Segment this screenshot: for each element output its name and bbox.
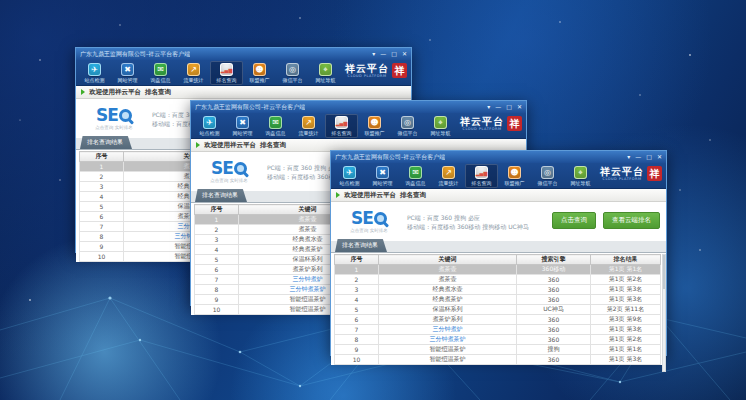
magnifier-icon <box>119 109 132 122</box>
toolbar-item-ranking-query[interactable]: ▂▄▆排名查询 <box>465 164 498 188</box>
table-row[interactable]: 6煮茶炉系列360第3页 第9名 <box>335 315 661 325</box>
toolbar-item-alliance-promo[interactable]: ☻联盟推广 <box>358 114 391 138</box>
toolbar-item-traffic-stats[interactable]: ↗流量统计 <box>292 114 325 138</box>
table-row[interactable]: 5保温杯系列UC神马第2页 第11名 <box>335 305 661 315</box>
window-controls: ▾—□✕ <box>372 49 407 59</box>
cell-engine: 360 <box>517 355 591 365</box>
ranking-query-icon: ▂▄▆ <box>475 166 488 179</box>
skin-button[interactable]: ▾ <box>627 152 630 162</box>
column-header[interactable]: 序号 <box>195 205 239 215</box>
minimize-button[interactable]: — <box>495 102 501 112</box>
table-row[interactable]: 3经典煮水壶360第1页 第3名 <box>335 285 661 295</box>
cell-index: 6 <box>335 315 379 325</box>
table-row[interactable]: 4经典煮茶炉360第1页 第3名 <box>335 295 661 305</box>
close-button[interactable]: ✕ <box>402 49 407 59</box>
toolbar-item-wechat-platform[interactable]: ◎微信平台 <box>391 114 424 138</box>
table-row[interactable]: 7三分钟煮炉360第1页 第3名 <box>335 325 661 335</box>
brand-name: 祥云平台 <box>600 167 644 177</box>
toolbar-item-alliance-promo[interactable]: ☻联盟推广 <box>243 61 276 85</box>
minimize-button[interactable]: — <box>635 152 641 162</box>
toolbar-item-site-monitor[interactable]: ✈站点检测 <box>333 164 366 188</box>
close-button[interactable]: ✕ <box>517 102 522 112</box>
toolbar-item-inquiry-message[interactable]: ✉询盘信息 <box>259 114 292 138</box>
table-row[interactable]: 1煮茶壶360移动第1页 第1名 <box>335 265 661 275</box>
toolbar-item-traffic-stats[interactable]: ↗流量统计 <box>177 61 210 85</box>
toolbar-item-alliance-promo[interactable]: ☻联盟推广 <box>498 164 531 188</box>
toolbar-item-wechat-platform[interactable]: ◎微信平台 <box>276 61 309 85</box>
toolbar-item-site-nav[interactable]: ⌖网址导航 <box>309 61 342 85</box>
titlebar[interactable]: 广东九鼎王监网有限公司-祥云平台客户端 ▾—□✕ <box>191 101 526 113</box>
cell-index: 1 <box>335 265 379 275</box>
cell-index: 10 <box>80 252 124 262</box>
column-header[interactable]: 关键词 <box>379 255 517 265</box>
column-header[interactable]: 排名结果 <box>591 255 661 265</box>
brand-name: 祥云平台 <box>460 117 504 127</box>
toolbar-item-traffic-stats[interactable]: ↗流量统计 <box>432 164 465 188</box>
toolbar-item-label: 流量统计 <box>184 77 204 83</box>
cell-rank: 第1页 第1名 <box>591 345 661 355</box>
scrollbar-thumb[interactable] <box>663 255 665 289</box>
traffic-stats-icon: ↗ <box>187 63 200 76</box>
table-scrollbar[interactable] <box>662 254 666 372</box>
table-row[interactable]: 2煮茶壶360第1页 第2名 <box>335 275 661 285</box>
toolbar-item-site-monitor[interactable]: ✈站点检测 <box>78 61 111 85</box>
toolbar-item-wechat-platform[interactable]: ◎微信平台 <box>531 164 564 188</box>
seo-logo-text: SE <box>211 160 233 177</box>
brand-subtitle: CLOUD PLATFORM <box>460 127 504 131</box>
column-header[interactable]: 搜索引擎 <box>517 255 591 265</box>
skin-button[interactable]: ▾ <box>487 102 490 112</box>
toolbar-item-site-manage[interactable]: ✖网站管理 <box>111 61 144 85</box>
toolbar-item-site-manage[interactable]: ✖网站管理 <box>226 114 259 138</box>
toolbar-item-site-manage[interactable]: ✖网站管理 <box>366 164 399 188</box>
maximize-button[interactable]: □ <box>391 49 397 59</box>
breadcrumb-section: 排名查询 <box>145 88 171 97</box>
toolbar-items: ✈站点检测✖网站管理✉询盘信息↗流量统计▂▄▆排名查询☻联盟推广◎微信平台⌖网址… <box>193 114 457 138</box>
column-header[interactable]: 序号 <box>335 255 379 265</box>
alliance-promo-icon: ☻ <box>368 116 381 129</box>
toolbar-item-ranking-query[interactable]: ▂▄▆排名查询 <box>210 61 243 85</box>
minimize-button[interactable]: — <box>380 49 386 59</box>
toolbar-item-site-monitor[interactable]: ✈站点检测 <box>193 114 226 138</box>
cell-engine: 搜狗 <box>517 345 591 355</box>
view-cloud-rank-button[interactable]: 查看云端排名 <box>603 212 660 229</box>
cell-engine: UC神马 <box>517 305 591 315</box>
toolbar-item-ranking-query[interactable]: ▂▄▆排名查询 <box>325 114 358 138</box>
toolbar-item-label: 网址导航 <box>431 130 451 136</box>
close-button[interactable]: ✕ <box>657 152 662 162</box>
tab-ranking-results[interactable]: 排名查询结果 <box>195 189 247 202</box>
column-header[interactable]: 序号 <box>80 152 124 162</box>
cell-engine: 360 <box>517 335 591 345</box>
seo-logo-text: SE <box>351 210 373 227</box>
toolbar-item-site-nav[interactable]: ⌖网址导航 <box>564 164 597 188</box>
breadcrumb-welcome: 欢迎使用祥云平台 <box>344 191 396 200</box>
brand-seal-icon: 祥 <box>647 166 662 181</box>
toolbar-item-label: 站点检测 <box>85 77 105 83</box>
toolbar-item-label: 排名查询 <box>217 77 237 83</box>
traffic-stats-icon: ↗ <box>442 166 455 179</box>
maximize-button[interactable]: □ <box>646 152 652 162</box>
titlebar[interactable]: 广东九鼎王监网有限公司-祥云平台客户端 ▾—□✕ <box>331 151 666 163</box>
cell-index: 1 <box>195 215 239 225</box>
results-table-wrap: 序号关键词搜索引擎排名结果 1煮茶壶360移动第1页 第1名2煮茶壶360第1页… <box>331 253 666 365</box>
table-row[interactable]: 8三分钟煮茶炉360第1页 第2名 <box>335 335 661 345</box>
toolbar-item-label: 网址导航 <box>571 180 591 186</box>
tab-ranking-results[interactable]: 排名查询结果 <box>335 239 387 252</box>
cell-keyword: 智能恒温茶炉 <box>379 345 517 355</box>
toolbar-item-inquiry-message[interactable]: ✉询盘信息 <box>399 164 432 188</box>
app-window: 广东九鼎王监网有限公司-祥云平台客户端 ▾—□✕ ✈站点检测✖网站管理✉询盘信息… <box>330 150 667 356</box>
cell-engine: 360 <box>517 325 591 335</box>
toolbar-item-site-nav[interactable]: ⌖网址导航 <box>424 114 457 138</box>
breadcrumb-welcome: 欢迎使用祥云平台 <box>204 141 256 150</box>
titlebar[interactable]: 广东九鼎王监网有限公司-祥云平台客户端 ▾—□✕ <box>76 48 411 60</box>
site-manage-icon: ✖ <box>121 63 134 76</box>
table-row[interactable]: 10智能恒温茶炉360第1页 第3名 <box>335 355 661 365</box>
site-nav-icon: ⌖ <box>434 116 447 129</box>
maximize-button[interactable]: □ <box>506 102 512 112</box>
skin-button[interactable]: ▾ <box>372 49 375 59</box>
tab-ranking-results[interactable]: 排名查询结果 <box>80 136 132 149</box>
window-controls: ▾—□✕ <box>487 102 522 112</box>
table-row[interactable]: 9智能恒温茶炉搜狗第1页 第1名 <box>335 345 661 355</box>
engines-pc-line: PC端：百度 360 搜狗 必应 <box>407 213 529 222</box>
query-button[interactable]: 点击查询 <box>552 212 596 229</box>
toolbar-item-inquiry-message[interactable]: ✉询盘信息 <box>144 61 177 85</box>
